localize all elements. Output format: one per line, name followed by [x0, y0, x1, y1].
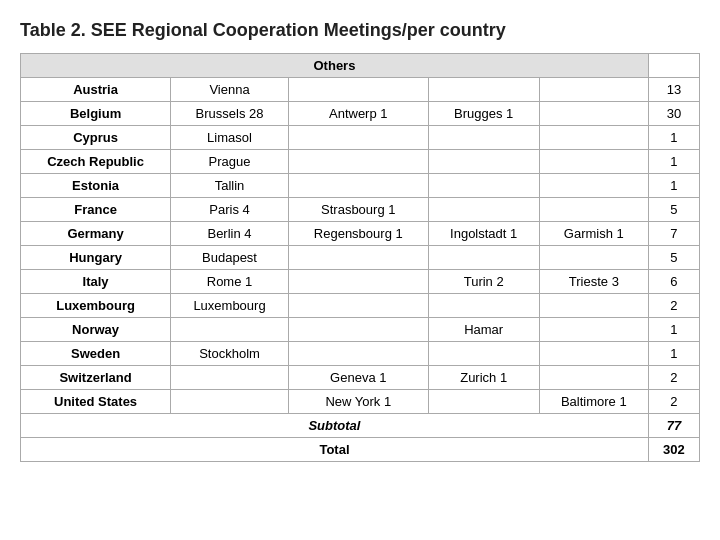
- data-cell: [428, 174, 539, 198]
- total-cell: 1: [648, 150, 699, 174]
- table-row: ItalyRome 1Turin 2Trieste 36: [21, 270, 700, 294]
- others-header: Others: [21, 54, 649, 78]
- data-cell: Prague: [171, 150, 289, 174]
- data-cell: [539, 294, 648, 318]
- total-cell: 1: [648, 174, 699, 198]
- data-cell: Ingolstadt 1: [428, 222, 539, 246]
- table-row: United StatesNew York 1Baltimore 12: [21, 390, 700, 414]
- country-cell: Cyprus: [21, 126, 171, 150]
- data-cell: [539, 198, 648, 222]
- country-cell: Switzerland: [21, 366, 171, 390]
- data-cell: [288, 246, 428, 270]
- data-cell: Rome 1: [171, 270, 289, 294]
- data-cell: Strasbourg 1: [288, 198, 428, 222]
- data-cell: Antwerp 1: [288, 102, 428, 126]
- data-cell: [539, 78, 648, 102]
- country-cell: Austria: [21, 78, 171, 102]
- data-cell: Regensbourg 1: [288, 222, 428, 246]
- total-cell: 30: [648, 102, 699, 126]
- data-cell: [539, 150, 648, 174]
- table-row: AustriaVienna13: [21, 78, 700, 102]
- data-cell: [288, 294, 428, 318]
- total-header-empty: [648, 54, 699, 78]
- data-cell: Hamar: [428, 318, 539, 342]
- country-cell: Belgium: [21, 102, 171, 126]
- data-cell: Trieste 3: [539, 270, 648, 294]
- total-row: Total 302: [21, 438, 700, 462]
- data-cell: Baltimore 1: [539, 390, 648, 414]
- table-row: BelgiumBrussels 28Antwerp 1Brugges 130: [21, 102, 700, 126]
- data-cell: [288, 174, 428, 198]
- data-cell: [288, 342, 428, 366]
- country-cell: Czech Republic: [21, 150, 171, 174]
- country-cell: France: [21, 198, 171, 222]
- table-row: FranceParis 4Strasbourg 15: [21, 198, 700, 222]
- country-cell: Italy: [21, 270, 171, 294]
- country-cell: Hungary: [21, 246, 171, 270]
- data-cell: [288, 318, 428, 342]
- data-cell: [288, 78, 428, 102]
- data-cell: [288, 270, 428, 294]
- data-cell: Budapest: [171, 246, 289, 270]
- data-cell: [539, 318, 648, 342]
- country-cell: Sweden: [21, 342, 171, 366]
- subtotal-value: 77: [648, 414, 699, 438]
- country-cell: Norway: [21, 318, 171, 342]
- total-cell: 13: [648, 78, 699, 102]
- data-cell: Brugges 1: [428, 102, 539, 126]
- data-cell: Brussels 28: [171, 102, 289, 126]
- country-cell: United States: [21, 390, 171, 414]
- table-row: NorwayHamar1: [21, 318, 700, 342]
- data-cell: [539, 174, 648, 198]
- total-cell: 2: [648, 294, 699, 318]
- data-cell: [171, 318, 289, 342]
- total-cell: 1: [648, 342, 699, 366]
- data-cell: Vienna: [171, 78, 289, 102]
- table-row: SwedenStockholm1: [21, 342, 700, 366]
- total-label: Total: [21, 438, 649, 462]
- data-cell: New York 1: [288, 390, 428, 414]
- data-cell: Turin 2: [428, 270, 539, 294]
- data-cell: Tallin: [171, 174, 289, 198]
- data-cell: [539, 246, 648, 270]
- total-cell: 1: [648, 126, 699, 150]
- country-cell: Germany: [21, 222, 171, 246]
- data-cell: [539, 102, 648, 126]
- page-title: Table 2. SEE Regional Cooperation Meetin…: [20, 20, 700, 41]
- data-cell: [288, 150, 428, 174]
- data-cell: Zurich 1: [428, 366, 539, 390]
- data-cell: Geneva 1: [288, 366, 428, 390]
- data-cell: [171, 390, 289, 414]
- country-cell: Luxembourg: [21, 294, 171, 318]
- data-cell: Luxembourg: [171, 294, 289, 318]
- total-cell: 1: [648, 318, 699, 342]
- data-cell: Berlin 4: [171, 222, 289, 246]
- total-cell: 2: [648, 390, 699, 414]
- total-cell: 5: [648, 198, 699, 222]
- data-cell: [428, 390, 539, 414]
- data-cell: [539, 342, 648, 366]
- total-cell: 6: [648, 270, 699, 294]
- data-cell: [428, 294, 539, 318]
- data-cell: Stockholm: [171, 342, 289, 366]
- data-cell: [428, 78, 539, 102]
- table-row: CyprusLimasol1: [21, 126, 700, 150]
- data-cell: [428, 150, 539, 174]
- data-cell: Garmish 1: [539, 222, 648, 246]
- total-value: 302: [648, 438, 699, 462]
- table-row: Czech RepublicPrague1: [21, 150, 700, 174]
- country-cell: Estonia: [21, 174, 171, 198]
- subtotal-label: Subtotal: [21, 414, 649, 438]
- data-cell: [428, 246, 539, 270]
- data-cell: [539, 366, 648, 390]
- data-cell: [539, 126, 648, 150]
- table-row: HungaryBudapest5: [21, 246, 700, 270]
- data-cell: Limasol: [171, 126, 289, 150]
- table-row: GermanyBerlin 4Regensbourg 1Ingolstadt 1…: [21, 222, 700, 246]
- table-row: EstoniaTallin1: [21, 174, 700, 198]
- total-cell: 5: [648, 246, 699, 270]
- data-cell: [288, 126, 428, 150]
- data-cell: [428, 342, 539, 366]
- total-cell: 7: [648, 222, 699, 246]
- data-cell: [428, 126, 539, 150]
